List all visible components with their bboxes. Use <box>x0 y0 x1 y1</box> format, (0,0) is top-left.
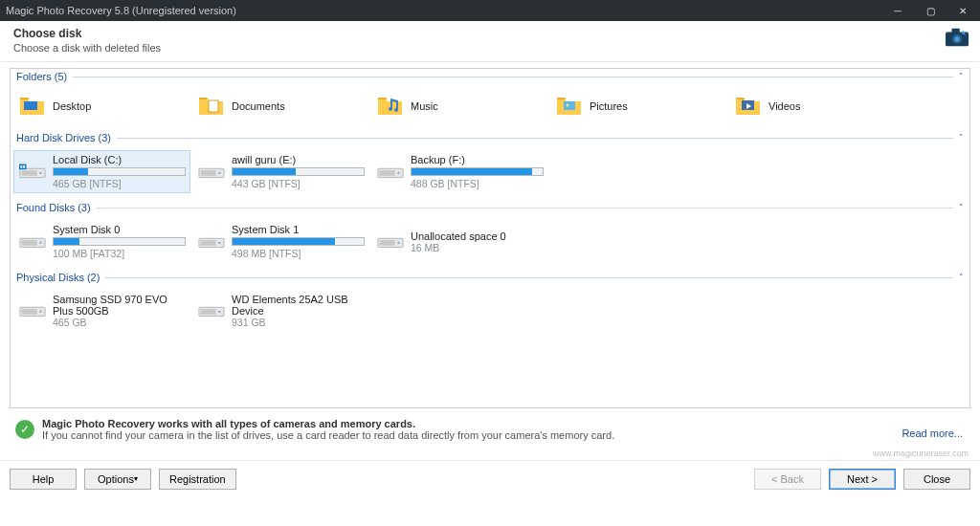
disk-item[interactable]: Unallocated space 0 16 MB <box>371 220 548 263</box>
close-button[interactable]: Close <box>903 469 970 490</box>
section-physical[interactable]: Physical Disks (2)˄ <box>11 270 969 285</box>
disk-sub: 488 GB [NTFS] <box>411 178 544 189</box>
folder-icon <box>197 93 226 120</box>
usage-bar <box>232 237 365 246</box>
svg-point-11 <box>39 171 41 173</box>
options-button[interactable]: Options <box>84 469 151 490</box>
hdd-icon <box>376 159 405 186</box>
folder-label: Music <box>411 100 544 112</box>
svg-point-17 <box>218 171 220 173</box>
hdd-icon <box>197 297 226 324</box>
disk-item[interactable]: Local Disk (C:) 465 GB [NTFS] <box>13 150 190 193</box>
disk-item[interactable]: System Disk 1 498 MB [NTFS] <box>192 220 369 263</box>
hdd-icon <box>18 229 47 255</box>
window-title: Magic Photo Recovery 5.8 (Unregistered v… <box>6 5 236 16</box>
disk-sub: 931 GB <box>232 317 365 328</box>
chevron-up-icon: ˄ <box>959 273 964 282</box>
disk-panel: Folders (5)˄ Desktop Documents Music Pic… <box>10 68 970 408</box>
chevron-up-icon: ˄ <box>959 133 964 142</box>
folder-item[interactable]: Documents <box>192 89 369 123</box>
svg-rect-1 <box>951 29 959 33</box>
header: Choose disk Choose a disk with deleted f… <box>0 21 980 62</box>
physical-disk-item[interactable]: WD Elements 25A2 USB Device 931 GB <box>192 290 369 332</box>
usage-bar <box>53 167 186 176</box>
back-button: < Back <box>754 469 821 490</box>
folder-label: Desktop <box>53 100 186 112</box>
next-button[interactable]: Next > <box>829 469 896 490</box>
hdd-icon <box>197 229 226 255</box>
svg-rect-13 <box>20 165 22 168</box>
checkmark-icon: ✓ <box>15 420 34 439</box>
help-button[interactable]: Help <box>10 469 77 490</box>
folder-icon <box>734 93 763 120</box>
hdd-icon <box>18 159 47 186</box>
disk-sub: 443 GB [NTFS] <box>232 178 365 189</box>
svg-point-7 <box>567 104 569 107</box>
folder-item[interactable]: Pictures <box>550 89 727 123</box>
watermark: www.magicuneraser.com <box>0 447 980 458</box>
page-title: Choose disk <box>13 27 81 40</box>
svg-rect-16 <box>201 170 216 176</box>
folder-item[interactable]: Desktop <box>13 89 190 123</box>
folder-icon <box>18 93 47 120</box>
svg-rect-25 <box>201 240 216 246</box>
disk-name: awill guru (E:) <box>232 154 365 165</box>
usage-bar <box>53 237 186 246</box>
svg-rect-22 <box>22 240 37 246</box>
app-logo-icon <box>944 27 970 50</box>
disk-name: Backup (F:) <box>411 154 544 165</box>
physical-disk-item[interactable]: Samsung SSD 970 EVO Plus 500GB 465 GB <box>13 290 190 332</box>
disk-sub: 100 MB [FAT32] <box>53 248 186 259</box>
disk-sub: 16 MB <box>411 242 544 253</box>
disk-item[interactable]: Backup (F:) 488 GB [NTFS] <box>371 150 548 193</box>
section-hdd[interactable]: Hard Disk Drives (3)˄ <box>11 130 969 145</box>
folder-label: Pictures <box>590 100 723 112</box>
hdd-icon <box>197 159 226 186</box>
disk-name: Samsung SSD 970 EVO Plus 500GB <box>53 294 186 317</box>
hdd-icon <box>376 229 405 255</box>
disk-name: System Disk 0 <box>53 224 186 235</box>
svg-rect-19 <box>380 170 395 176</box>
disk-name: Unallocated space 0 <box>411 230 544 242</box>
folder-item[interactable]: Music <box>371 89 548 123</box>
folder-item[interactable]: Videos <box>729 89 906 123</box>
svg-rect-10 <box>22 170 37 176</box>
svg-rect-5 <box>209 100 218 112</box>
svg-rect-34 <box>201 309 216 315</box>
read-more-link[interactable]: Read more... <box>902 427 963 439</box>
registration-button[interactable]: Registration <box>159 469 236 490</box>
close-icon[interactable]: ✕ <box>955 6 970 16</box>
svg-point-3 <box>954 36 960 42</box>
svg-rect-14 <box>23 165 25 168</box>
disk-name: Local Disk (C:) <box>53 154 186 165</box>
minimize-icon[interactable]: ─ <box>890 6 905 16</box>
footer-note: ✓ Magic Photo Recovery works with all ty… <box>10 408 970 447</box>
svg-rect-12 <box>19 164 26 169</box>
svg-point-35 <box>218 311 220 313</box>
folder-icon <box>555 93 584 120</box>
disk-sub: 465 GB [NTFS] <box>53 178 186 189</box>
svg-rect-4 <box>24 101 37 110</box>
button-bar: Help Options Registration < Back Next > … <box>0 460 980 497</box>
disk-name: System Disk 1 <box>232 224 365 235</box>
svg-point-32 <box>39 311 41 313</box>
disk-item[interactable]: System Disk 0 100 MB [FAT32] <box>13 220 190 263</box>
disk-name: WD Elements 25A2 USB Device <box>232 294 365 317</box>
svg-point-26 <box>218 241 220 243</box>
page-subtitle: Choose a disk with deleted files <box>13 42 161 54</box>
titlebar: Magic Photo Recovery 5.8 (Unregistered v… <box>0 0 980 21</box>
folder-label: Videos <box>768 100 902 112</box>
section-folders[interactable]: Folders (5)˄ <box>11 69 969 84</box>
section-found[interactable]: Found Disks (3)˄ <box>11 200 969 215</box>
svg-rect-28 <box>380 240 395 246</box>
hdd-icon <box>18 297 47 324</box>
disk-sub: 465 GB <box>53 317 186 328</box>
chevron-up-icon: ˄ <box>959 203 964 212</box>
chevron-up-icon: ˄ <box>959 72 964 81</box>
svg-point-23 <box>39 241 41 243</box>
svg-rect-31 <box>22 309 37 315</box>
disk-item[interactable]: awill guru (E:) 443 GB [NTFS] <box>192 150 369 193</box>
folder-label: Documents <box>232 100 365 112</box>
maximize-icon[interactable]: ▢ <box>923 6 938 16</box>
svg-point-29 <box>397 241 399 243</box>
